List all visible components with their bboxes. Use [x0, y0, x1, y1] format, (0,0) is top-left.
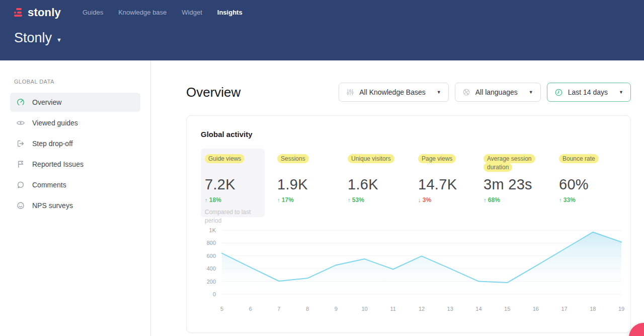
sidebar-item-label: NPS surveys [32, 201, 73, 210]
metric-sessions[interactable]: Sessions 1.9K ↑ 17% [277, 155, 348, 217]
content: GLOBAL DATA Overview Viewed g [0, 60, 644, 336]
chevron-down-icon: ▼ [56, 37, 62, 43]
nav-item-guides[interactable]: Guides [75, 5, 111, 20]
svg-text:11: 11 [390, 306, 396, 312]
svg-text:400: 400 [207, 265, 216, 272]
sidebar-item-label: Viewed guides [32, 119, 78, 127]
metric-label: Sessions [277, 154, 309, 163]
sidebar-item-label: Overview [32, 98, 61, 106]
sidebar-section-label: GLOBAL DATA [14, 79, 140, 85]
metric-value: 7.2K [205, 176, 261, 193]
metric-value: 1.6K [348, 176, 418, 193]
nav-item-knowledge-base[interactable]: Knowledge base [111, 5, 174, 20]
nav-item-insights[interactable]: Insights [210, 5, 250, 20]
svg-text:17: 17 [561, 306, 567, 312]
chevron-down-icon: ▼ [529, 90, 533, 95]
svg-text:19: 19 [618, 306, 624, 312]
main-nav: Guides Knowledge base Widget Insights [75, 5, 250, 20]
sidebar-item-reported-issues[interactable]: Reported Issues [10, 155, 140, 174]
metric-value: 14.7K [418, 176, 484, 193]
svg-text:8: 8 [306, 306, 309, 312]
svg-text:14: 14 [475, 306, 481, 312]
metric-guide-views[interactable]: Guide views 7.2K ↑ 18% Compared to last … [201, 149, 265, 217]
arrow-up-icon: ↑ [348, 197, 351, 203]
sidebar-item-label: Comments [32, 181, 66, 189]
svg-text:5: 5 [220, 306, 223, 312]
chart-y-axis-labels: 02004006008001K [207, 227, 216, 297]
svg-text:16: 16 [533, 306, 539, 312]
filter-label: All Knowledge Bases [359, 88, 426, 96]
sidebar: GLOBAL DATA Overview Viewed g [0, 60, 151, 336]
filter-bar: All Knowledge Bases ▼ All languages ▼ [339, 83, 631, 102]
metrics-row: Guide views 7.2K ↑ 18% Compared to last … [201, 155, 616, 217]
chart-area-fill [222, 232, 621, 294]
svg-text:7: 7 [277, 306, 280, 312]
arrow-up-icon: ↑ [277, 197, 280, 203]
step-out-icon [16, 139, 25, 148]
languages-filter[interactable]: All languages ▼ [455, 83, 541, 102]
metric-label: Guide views [205, 154, 245, 163]
metric-delta: ↑ 68% [484, 196, 559, 204]
metric-page-views[interactable]: Page views 14.7K ↓ 3% [418, 155, 484, 217]
svg-text:13: 13 [447, 306, 453, 312]
gauge-icon [16, 98, 25, 107]
date-range-filter[interactable]: Last 14 days ▼ [547, 83, 631, 102]
chevron-down-icon: ▼ [619, 90, 623, 95]
filter-label: Last 14 days [568, 88, 608, 96]
metric-label: Bounce rate [559, 154, 599, 163]
workspace-selector[interactable]: Stonly ▼ [11, 30, 62, 46]
knowledge-bases-filter[interactable]: All Knowledge Bases ▼ [339, 83, 448, 102]
metric-delta: ↑ 33% [559, 196, 613, 204]
stonly-logo-icon [14, 8, 24, 17]
sidebar-item-step-drop-off[interactable]: Step drop-off [10, 134, 140, 153]
metric-avg-session-duration[interactable]: Average session duration 3m 23s ↑ 68% [484, 155, 559, 217]
app-root: stonly Guides Knowledge base Widget Insi… [0, 0, 644, 336]
workspace-title: Stonly [14, 30, 52, 46]
global-activity-chart: 02004006008001K 567891011121314151617181… [201, 223, 625, 319]
global-activity-card: Global activity Guide views 7.2K ↑ 18% C… [186, 115, 631, 333]
sidebar-item-label: Step drop-off [32, 140, 73, 148]
metric-label: Unique visitors [348, 154, 394, 163]
comment-icon [16, 180, 25, 189]
chart-x-axis-labels: 5678910111213141516171819 [220, 306, 624, 312]
sidebar-item-comments[interactable]: Comments [10, 175, 140, 194]
arrow-up-icon: ↑ [559, 197, 562, 203]
svg-text:0: 0 [213, 291, 216, 297]
svg-text:15: 15 [504, 306, 510, 312]
stonly-logo[interactable]: stonly [14, 6, 61, 19]
svg-text:600: 600 [207, 253, 216, 259]
sliders-icon [346, 88, 354, 96]
filter-label: All languages [475, 88, 518, 96]
card-title: Global activity [201, 130, 616, 139]
metric-label: Page views [418, 154, 456, 163]
metric-label: Average session duration [484, 154, 535, 172]
nav-item-widget[interactable]: Widget [174, 5, 209, 20]
logo-text: stonly [28, 6, 61, 19]
metric-unique-visitors[interactable]: Unique visitors 1.6K ↑ 53% [348, 155, 418, 217]
metric-value: 3m 23s [484, 176, 559, 193]
svg-text:18: 18 [590, 306, 596, 312]
svg-text:12: 12 [419, 306, 425, 312]
smiley-icon [16, 201, 25, 210]
sidebar-item-viewed-guides[interactable]: Viewed guides [10, 113, 140, 132]
app-header: stonly Guides Knowledge base Widget Insi… [0, 0, 644, 60]
arrow-down-icon: ↓ [418, 197, 421, 203]
sidebar-item-label: Reported Issues [32, 160, 84, 168]
metric-delta: ↑ 18% [205, 196, 261, 204]
metric-delta: ↑ 17% [277, 196, 348, 204]
svg-text:800: 800 [207, 240, 216, 246]
eye-icon [16, 118, 25, 127]
metric-value: 60% [559, 176, 613, 193]
sidebar-item-nps-surveys[interactable]: NPS surveys [10, 196, 140, 215]
svg-text:1K: 1K [209, 227, 216, 233]
chevron-down-icon: ▼ [437, 90, 441, 95]
page-title: Overview [186, 85, 240, 100]
svg-text:9: 9 [335, 306, 338, 312]
sidebar-item-overview[interactable]: Overview [10, 93, 140, 112]
metric-value: 1.9K [277, 176, 348, 193]
metric-bounce-rate[interactable]: Bounce rate 60% ↑ 33% [559, 155, 613, 217]
svg-text:6: 6 [249, 306, 252, 312]
arrow-up-icon: ↑ [484, 197, 487, 203]
main-panel: Overview All Knowledge Bases ▼ [151, 60, 644, 336]
flag-icon [16, 160, 25, 169]
